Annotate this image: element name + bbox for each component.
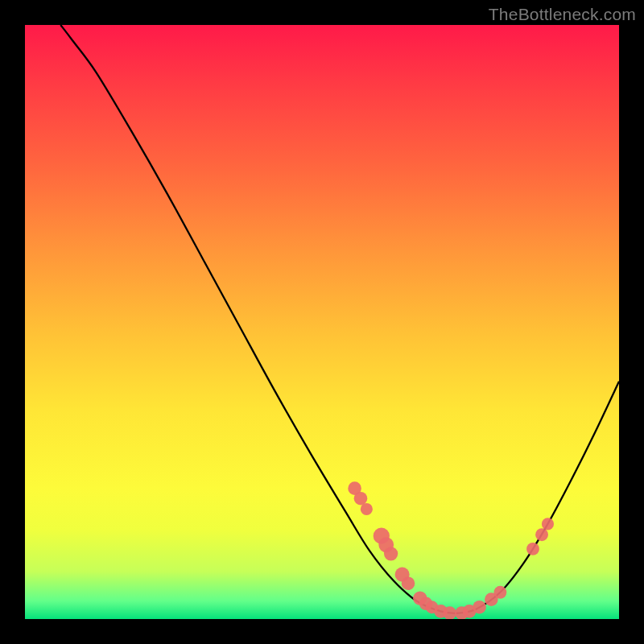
data-marker xyxy=(542,518,554,530)
data-marker xyxy=(354,492,368,506)
curve-line xyxy=(60,25,619,613)
data-markers xyxy=(348,481,554,619)
data-marker xyxy=(473,601,486,614)
data-marker xyxy=(493,586,506,599)
data-marker xyxy=(402,576,415,590)
data-marker xyxy=(535,528,548,541)
data-marker xyxy=(526,543,539,555)
watermark-label: TheBottleneck.com xyxy=(489,5,636,24)
bottleneck-curve-plot xyxy=(25,25,619,619)
data-marker xyxy=(384,547,398,560)
data-marker xyxy=(361,503,373,515)
chart-area xyxy=(25,25,619,619)
